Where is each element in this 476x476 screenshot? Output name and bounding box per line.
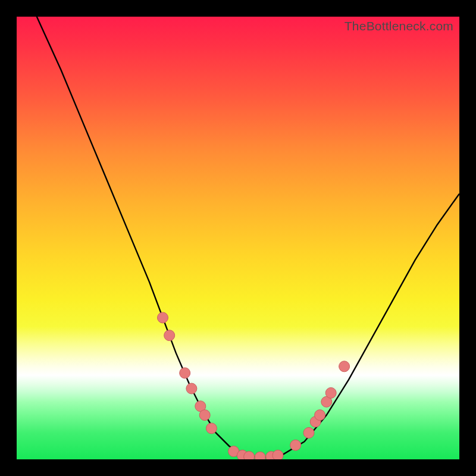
marker-dot	[273, 450, 283, 459]
marker-group	[158, 312, 350, 459]
watermark-text: TheBottleneck.com	[345, 19, 453, 33]
marker-dot	[339, 361, 350, 372]
marker-dot	[290, 440, 301, 450]
marker-dot	[158, 312, 168, 323]
marker-dot	[255, 452, 265, 459]
bottleneck-curve	[17, 17, 459, 457]
marker-dot	[180, 368, 190, 378]
marker-dot	[315, 410, 325, 421]
marker-dot	[244, 452, 255, 460]
marker-dot	[303, 427, 314, 438]
marker-dot	[199, 410, 210, 421]
marker-dot	[164, 330, 175, 341]
chart-area: TheBottleneck.com	[17, 17, 459, 459]
marker-dot	[325, 387, 336, 398]
bottleneck-plot	[17, 17, 459, 459]
marker-dot	[186, 383, 197, 394]
marker-dot	[206, 423, 217, 434]
